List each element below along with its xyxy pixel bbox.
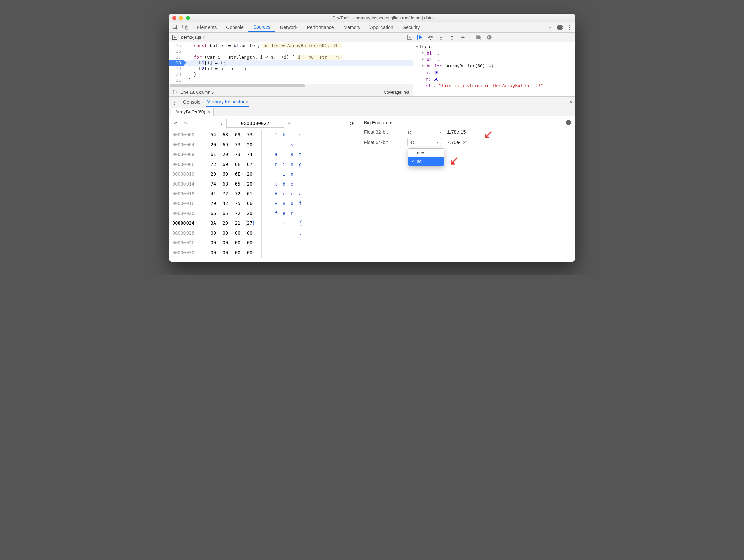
svg-point-6 [430, 38, 431, 39]
step-into-icon[interactable] [438, 34, 444, 40]
tab-network[interactable]: Network [275, 22, 302, 32]
drawer: ⋮ ConsoleMemory Inspector × × ArrayBuffe… [169, 97, 575, 262]
inspect-element-icon[interactable] [172, 24, 178, 30]
format-select[interactable]: sci ▾ [407, 130, 441, 135]
svg-rect-12 [490, 36, 490, 38]
dropdown-option-sci[interactable]: sci [408, 157, 444, 166]
more-tabs-icon[interactable]: » [545, 22, 554, 32]
annotation-arrow-icon: ↙ [484, 127, 493, 141]
kebab-menu-icon[interactable]: ⋮ [566, 24, 572, 31]
scope-panel: Localb1: …b2: …buffer: ArrayBuffer(60) ⋯… [413, 42, 575, 92]
annotation-arrow-icon: ↙ [449, 154, 459, 167]
tab-sources[interactable]: Sources [248, 22, 275, 32]
svg-point-7 [440, 38, 441, 39]
zoom-window-icon[interactable] [186, 16, 190, 20]
step-icon[interactable] [460, 34, 466, 40]
address-input[interactable] [226, 119, 284, 128]
settings-icon[interactable] [557, 24, 563, 30]
value-type-label: Float 32-bit [364, 129, 401, 135]
coverage-status: Coverage: n/a [384, 90, 409, 95]
run-snippet-icon[interactable] [407, 34, 413, 40]
dropdown-option-dec[interactable]: dec [408, 149, 444, 157]
minimize-window-icon[interactable] [179, 16, 183, 20]
refresh-icon[interactable]: ⟳ [349, 120, 355, 126]
source-tab-bar: demo-js.js × [169, 33, 413, 42]
tab-application[interactable]: Application [365, 22, 398, 32]
drawer-tab-console[interactable]: Console [183, 97, 200, 107]
drawer-tab-memory-inspector[interactable]: Memory Inspector × [206, 97, 248, 107]
format-select[interactable]: sci ▾ [407, 138, 441, 146]
svg-point-9 [464, 37, 465, 38]
window-title: DevTools - memory-inspector.glitch.me/de… [195, 15, 572, 20]
svg-rect-5 [417, 35, 418, 40]
navigator-icon[interactable] [172, 34, 178, 40]
value-type-label: Float 64-bit [364, 139, 401, 145]
deactivate-breakpoints-icon[interactable] [476, 34, 482, 40]
tab-memory[interactable]: Memory [339, 22, 366, 32]
drawer-close-icon[interactable]: × [569, 99, 572, 105]
code-editor[interactable]: 15 const buffer = b1.buffer;buffer = Arr… [169, 42, 413, 84]
svg-point-10 [487, 35, 492, 40]
tab-performance[interactable]: Performance [302, 22, 338, 32]
step-over-icon[interactable] [427, 34, 433, 40]
pause-exceptions-icon[interactable] [486, 34, 493, 40]
drawer-menu-icon[interactable]: ⋮ [172, 98, 178, 106]
resume-icon[interactable] [416, 34, 422, 40]
svg-rect-11 [488, 36, 489, 38]
debugger-toolbar [413, 33, 575, 42]
tab-console[interactable]: Console [221, 22, 248, 32]
undo-icon[interactable]: ↶ [172, 120, 178, 126]
format-dropdown[interactable]: decsci [408, 148, 444, 166]
editor-scrollbar[interactable] [169, 84, 413, 88]
tab-elements[interactable]: Elements [192, 22, 221, 32]
hex-viewer[interactable]: 0000000054686973This0000000420697320 is … [169, 130, 358, 262]
prev-page-icon[interactable]: ‹ [220, 120, 222, 127]
buffer-tab[interactable]: ArrayBuffer(60)× [171, 108, 214, 116]
next-page-icon[interactable]: › [288, 120, 290, 127]
devtools-window: DevTools - memory-inspector.glitch.me/de… [169, 14, 575, 262]
pretty-print-icon[interactable]: { } [172, 90, 177, 95]
close-window-icon[interactable] [172, 16, 176, 20]
titlebar: DevTools - memory-inspector.glitch.me/de… [169, 14, 575, 22]
redo-icon[interactable]: ↷ [182, 120, 189, 126]
source-file-tab[interactable]: demo-js.js × [181, 35, 205, 40]
tab-security[interactable]: Security [398, 22, 425, 32]
main-toolbar: ElementsConsoleSourcesNetworkPerformance… [169, 22, 575, 33]
cursor-position: Line 18, Column 5 [181, 90, 214, 95]
value-settings-icon[interactable] [566, 119, 572, 125]
step-out-icon[interactable] [449, 34, 455, 40]
endian-select[interactable]: Big Endian▾ [364, 120, 570, 125]
svg-point-8 [451, 38, 452, 39]
device-toolbar-icon[interactable] [182, 24, 189, 30]
